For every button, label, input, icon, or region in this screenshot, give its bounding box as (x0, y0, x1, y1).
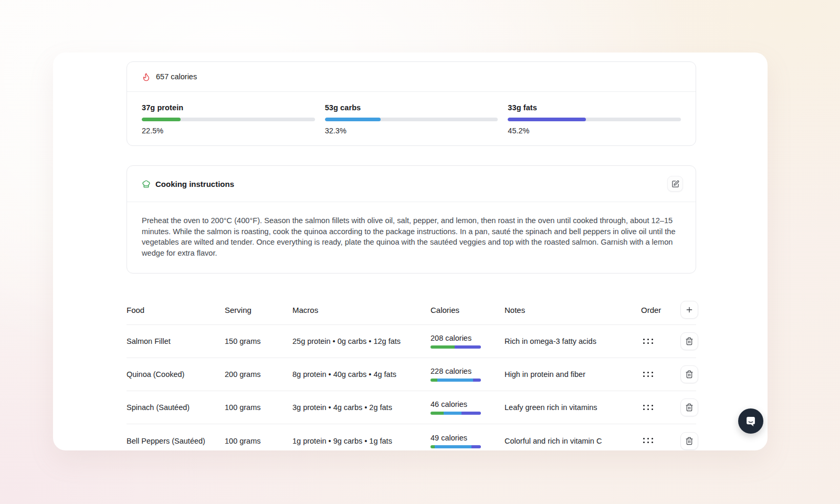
drag-handle-icon[interactable] (643, 372, 654, 377)
add-food-button[interactable] (680, 301, 698, 319)
macro-distribution-bar (430, 412, 481, 415)
protein-segment (430, 345, 455, 349)
carbs-progress-track (325, 118, 498, 121)
serving-value: 100 grams (225, 437, 292, 445)
delete-row-button[interactable] (680, 365, 698, 383)
protein-progress-track (142, 118, 315, 121)
macro-distribution-bar (430, 445, 481, 448)
carbs-segment (435, 445, 471, 448)
carbs-percent: 32.3% (325, 127, 498, 135)
fats-segment (473, 379, 481, 382)
trash-icon (685, 337, 694, 345)
protein-percent: 22.5% (142, 127, 315, 135)
column-header-calories: Calories (430, 306, 505, 314)
serving-value: 150 grams (225, 337, 292, 345)
protein-segment (430, 412, 444, 415)
serving-value: 100 grams (225, 403, 292, 412)
fats-progress-track (508, 118, 681, 121)
fats-progress-fill (508, 118, 586, 121)
carbs-segment (437, 379, 472, 382)
nutrition-summary-card: 657 calories 37g protein 22.5% 53g carbs (127, 61, 696, 146)
calories-value: 228 calories (430, 367, 498, 375)
fats-label: 33g fats (508, 103, 681, 112)
meal-detail-card: 657 calories 37g protein 22.5% 53g carbs (53, 52, 768, 450)
calories-value: 208 calories (430, 334, 498, 342)
macros-value: 3g protein • 4g carbs • 2g fats (292, 403, 430, 412)
calories-cell: 208 calories (430, 334, 505, 349)
drag-handle-icon[interactable] (643, 339, 654, 344)
chat-bubble-icon (744, 414, 758, 428)
food-name: Quinoa (Cooked) (127, 370, 225, 379)
table-row: Quinoa (Cooked) 200 grams 8g protein • 4… (127, 358, 696, 391)
calories-header: 657 calories (127, 62, 696, 92)
carbs-summary: 53g carbs 32.3% (325, 103, 498, 135)
calories-value: 49 calories (430, 434, 498, 442)
protein-label: 37g protein (142, 103, 315, 112)
plus-icon (685, 306, 694, 314)
chef-hat-icon (142, 180, 151, 188)
protein-summary: 37g protein 22.5% (142, 103, 315, 135)
fats-percent: 45.2% (508, 127, 681, 135)
drag-handle-icon[interactable] (643, 405, 654, 411)
calories-value: 46 calories (430, 400, 498, 408)
food-name: Spinach (Sautéed) (127, 403, 225, 412)
order-cell (641, 438, 680, 444)
protein-segment (430, 445, 435, 448)
column-header-notes: Notes (505, 306, 641, 314)
table-row: Bell Peppers (Sautéed) 100 grams 1g prot… (127, 424, 696, 450)
macros-value: 8g protein • 40g carbs • 4g fats (292, 370, 430, 379)
delete-row-button[interactable] (680, 398, 698, 416)
cooking-instructions-title: Cooking instructions (155, 180, 234, 188)
notes-value: Leafy green rich in vitamins (505, 403, 641, 412)
carbs-label: 53g carbs (325, 103, 498, 112)
total-calories-label: 657 calories (156, 72, 197, 81)
notes-value: High in protein and fiber (505, 370, 641, 379)
notes-value: Colorful and rich in vitamin C (505, 437, 641, 445)
fats-segment (455, 345, 481, 349)
chat-launcher-button[interactable] (738, 408, 763, 434)
food-table: Food Serving Macros Calories Notes Order (127, 295, 696, 450)
trash-icon (685, 370, 694, 379)
column-header-serving: Serving (225, 306, 292, 314)
food-table-header: Food Serving Macros Calories Notes Order (127, 295, 696, 325)
column-header-order: Order (641, 306, 680, 314)
calories-cell: 49 calories (430, 434, 505, 448)
order-cell (641, 339, 680, 344)
calories-cell: 228 calories (430, 367, 505, 382)
edit-icon (671, 180, 679, 188)
carbs-segment (444, 412, 461, 415)
order-cell (641, 372, 680, 377)
calories-cell: 46 calories (430, 400, 505, 415)
protein-segment (430, 379, 437, 382)
edit-instructions-button[interactable] (667, 176, 683, 192)
trash-icon (685, 403, 694, 412)
carbs-progress-fill (325, 118, 381, 121)
macros-value: 25g protein • 0g carbs • 12g fats (292, 337, 430, 345)
macro-distribution-bar (430, 379, 481, 382)
page-background: 657 calories 37g protein 22.5% 53g carbs (0, 0, 840, 504)
table-row: Spinach (Sautéed) 100 grams 3g protein •… (127, 391, 696, 424)
delete-row-button[interactable] (680, 432, 698, 450)
food-name: Salmon Fillet (127, 337, 225, 345)
notes-value: Rich in omega-3 fatty acids (505, 337, 641, 345)
macro-row: 37g protein 22.5% 53g carbs 32.3% (127, 92, 696, 145)
flame-icon (142, 72, 151, 81)
cooking-instructions-card: Cooking instructions Preheat the oven to… (127, 165, 696, 274)
macro-distribution-bar (430, 345, 481, 349)
column-header-food: Food (127, 306, 225, 314)
cooking-instructions-text: Preheat the oven to 200°C (400°F). Seaso… (127, 202, 696, 273)
serving-value: 200 grams (225, 370, 292, 379)
column-header-macros: Macros (292, 306, 430, 314)
delete-row-button[interactable] (680, 332, 698, 350)
macros-value: 1g protein • 9g carbs • 1g fats (292, 437, 430, 445)
drag-handle-icon[interactable] (643, 438, 654, 444)
fats-segment (471, 445, 481, 448)
food-name: Bell Peppers (Sautéed) (127, 437, 225, 445)
fats-segment (461, 412, 481, 415)
fats-summary: 33g fats 45.2% (508, 103, 681, 135)
order-cell (641, 405, 680, 411)
protein-progress-fill (142, 118, 181, 121)
cooking-instructions-header: Cooking instructions (127, 166, 696, 202)
table-row: Salmon Fillet 150 grams 25g protein • 0g… (127, 325, 696, 358)
trash-icon (685, 437, 694, 445)
